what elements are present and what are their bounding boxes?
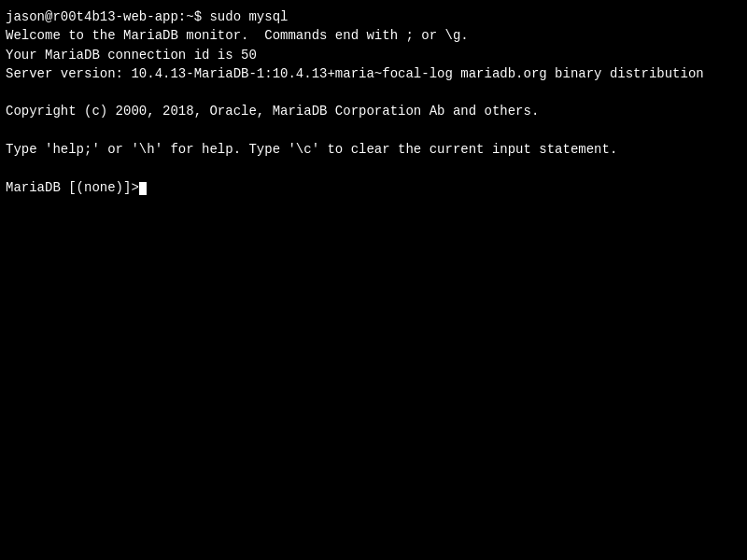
blank-line-1 xyxy=(6,83,741,102)
blank-line-3 xyxy=(6,159,741,177)
mariadb-prompt[interactable]: MariaDB [(none)]> xyxy=(6,178,741,197)
terminal-window[interactable]: jason@r00t4b13-web-app:~$ sudo mysql Wel… xyxy=(0,0,747,560)
blank-line-2 xyxy=(6,121,741,140)
prompt-text: MariaDB [(none)]> xyxy=(6,180,139,195)
cursor xyxy=(139,182,147,195)
welcome-message: Welcome to the MariaDB monitor. Commands… xyxy=(6,26,741,45)
server-version-line: Server version: 10.4.13-MariaDB-1:10.4.1… xyxy=(6,64,741,83)
help-hint-line: Type 'help;' or '\h' for help. Type '\c'… xyxy=(6,140,741,159)
command-input-line: jason@r00t4b13-web-app:~$ sudo mysql xyxy=(6,7,741,26)
copyright-line: Copyright (c) 2000, 2018, Oracle, MariaD… xyxy=(6,102,741,120)
connection-id-line: Your MariaDB connection id is 50 xyxy=(6,46,741,64)
